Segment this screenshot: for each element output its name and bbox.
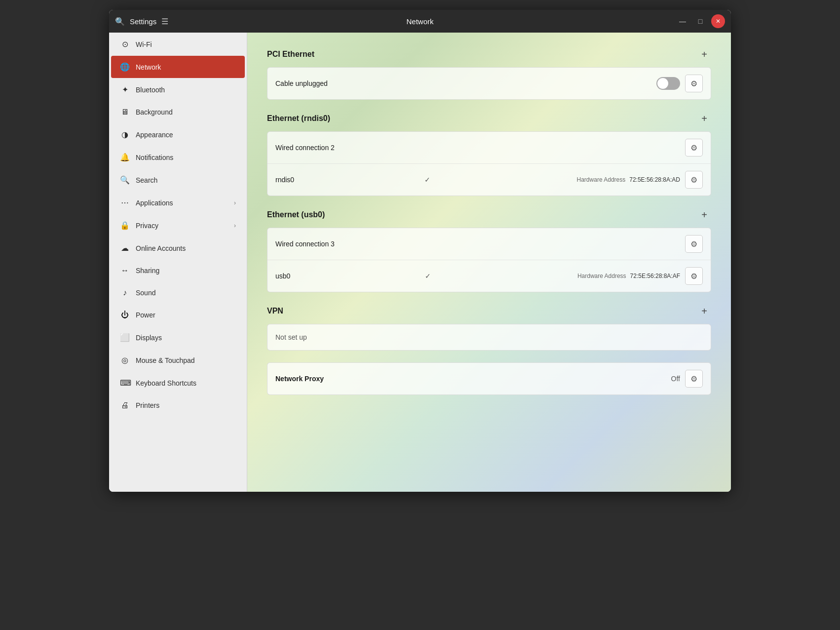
ethernet-rndis0-add-button[interactable]: +	[697, 112, 711, 125]
ethernet-usb0-add-button[interactable]: +	[697, 208, 711, 222]
keyboard-icon: ⌨	[120, 378, 130, 388]
wired-connection-3-gear-button[interactable]: ⚙	[685, 235, 703, 253]
pci-ethernet-section: PCI Ethernet + Cable unplugged ⚙	[267, 47, 711, 100]
close-button[interactable]: ✕	[711, 14, 725, 28]
rndis0-hw-addr-value: 72:5E:56:28:8A:AD	[629, 176, 680, 183]
sidebar-item-keyboard-shortcuts[interactable]: ⌨ Keyboard Shortcuts	[111, 372, 245, 394]
sharing-icon: ↔	[120, 266, 130, 275]
vpn-add-button[interactable]: +	[697, 304, 711, 318]
sidebar-item-appearance[interactable]: ◑ Appearance	[111, 123, 245, 146]
sidebar-label-mouse-touchpad: Mouse & Touchpad	[136, 356, 195, 364]
usb0-check-icon: ✓	[425, 272, 431, 280]
sidebar-item-search[interactable]: 🔍 Search	[111, 169, 245, 191]
sidebar-item-power[interactable]: ⏻ Power	[111, 304, 245, 326]
power-icon: ⏻	[120, 311, 130, 319]
sidebar-label-applications: Applications	[136, 199, 173, 207]
app-title: Settings	[130, 17, 156, 26]
titlebar: 🔍 Settings ☰ Network — □ ✕	[109, 10, 731, 33]
sidebar-item-sound[interactable]: ♪ Sound	[111, 282, 245, 304]
sidebar-label-sound: Sound	[136, 289, 155, 297]
sidebar-label-online-accounts: Online Accounts	[136, 244, 186, 252]
wired-connection-2-gear-button[interactable]: ⚙	[685, 139, 703, 157]
sidebar-item-privacy[interactable]: 🔒 Privacy ›	[111, 214, 245, 236]
network-icon: 🌐	[120, 62, 130, 72]
sidebar-item-online-accounts[interactable]: ☁ Online Accounts	[111, 237, 245, 259]
titlebar-left: 🔍 Settings ☰	[115, 17, 676, 26]
notifications-icon: 🔔	[120, 153, 130, 162]
bluetooth-icon: ✦	[120, 85, 130, 94]
main-content: PCI Ethernet + Cable unplugged ⚙ Etherne…	[247, 33, 731, 492]
sidebar-label-sharing: Sharing	[136, 267, 159, 275]
rndis0-check-icon: ✓	[424, 176, 430, 184]
sidebar-label-appearance: Appearance	[136, 131, 173, 139]
rndis0-gear-button[interactable]: ⚙	[685, 171, 703, 189]
ethernet-rndis0-header: Ethernet (rndis0) +	[267, 112, 711, 125]
online-accounts-icon: ☁	[120, 243, 130, 253]
sidebar-item-displays[interactable]: ⬜ Displays	[111, 326, 245, 349]
sidebar-label-bluetooth: Bluetooth	[136, 86, 165, 94]
rndis0-label: rndis0	[275, 176, 421, 184]
vpn-title: VPN	[267, 307, 283, 315]
wired-connection-2-row: Wired connection 2 ⚙	[267, 132, 711, 164]
sidebar-label-privacy: Privacy	[136, 222, 158, 230]
sidebar-item-notifications[interactable]: 🔔 Notifications	[111, 146, 245, 168]
cable-unplugged-gear-button[interactable]: ⚙	[685, 75, 703, 92]
vpn-header: VPN +	[267, 304, 711, 318]
background-icon: 🖥	[120, 108, 130, 117]
ethernet-rndis0-card: Wired connection 2 ⚙ rndis0 ✓ Hardware A…	[267, 131, 711, 196]
rndis0-hw-addr-label: Hardware Address	[577, 176, 626, 183]
sidebar-item-applications[interactable]: ⋯ Applications ›	[111, 192, 245, 214]
maximize-button[interactable]: □	[693, 14, 707, 28]
ethernet-usb0-card: Wired connection 3 ⚙ usb0 ✓ Hardware Add…	[267, 228, 711, 292]
sidebar-item-wifi[interactable]: ⊙ Wi-Fi	[111, 33, 245, 55]
sidebar-label-search: Search	[136, 176, 157, 184]
network-proxy-status: Off	[671, 375, 680, 383]
network-proxy-gear-button[interactable]: ⚙	[685, 370, 703, 388]
sidebar-label-keyboard-shortcuts: Keyboard Shortcuts	[136, 379, 196, 387]
vpn-not-set-up-card: Not set up	[267, 324, 711, 351]
chevron-right-icon-privacy: ›	[234, 222, 236, 229]
cable-unplugged-row: Cable unplugged ⚙	[267, 68, 711, 99]
sidebar: ⊙ Wi-Fi 🌐 Network ✦ Bluetooth 🖥 Backgrou…	[109, 33, 247, 492]
ethernet-rndis0-title: Ethernet (rndis0)	[267, 114, 330, 123]
menu-icon[interactable]: ☰	[161, 17, 168, 26]
body: ⊙ Wi-Fi 🌐 Network ✦ Bluetooth 🖥 Backgrou…	[109, 33, 731, 492]
sidebar-item-printers[interactable]: 🖨 Printers	[111, 394, 245, 416]
titlebar-controls: — □ ✕	[676, 14, 725, 28]
network-proxy-card: Network Proxy Off ⚙	[267, 362, 711, 395]
ethernet-usb0-header: Ethernet (usb0) +	[267, 208, 711, 222]
search-sidebar-icon: 🔍	[120, 175, 130, 185]
search-icon[interactable]: 🔍	[115, 17, 125, 26]
usb0-gear-button[interactable]: ⚙	[685, 267, 703, 285]
wired-connection-2-label: Wired connection 2	[275, 144, 685, 152]
wifi-icon: ⊙	[120, 39, 130, 49]
vpn-section: VPN + Not set up	[267, 304, 711, 351]
sidebar-item-mouse-touchpad[interactable]: ◎ Mouse & Touchpad	[111, 349, 245, 371]
minimize-button[interactable]: —	[676, 14, 689, 28]
sidebar-item-bluetooth[interactable]: ✦ Bluetooth	[111, 79, 245, 101]
sidebar-item-background[interactable]: 🖥 Background	[111, 101, 245, 123]
ethernet-usb0-title: Ethernet (usb0)	[267, 210, 325, 219]
usb0-hw-addr-value: 72:5E:56:28:8A:AF	[630, 273, 680, 279]
pci-ethernet-add-button[interactable]: +	[697, 47, 711, 61]
cable-unplugged-toggle[interactable]	[656, 77, 680, 90]
sidebar-item-network[interactable]: 🌐 Network	[111, 56, 245, 78]
vpn-not-set-up-label: Not set up	[275, 333, 307, 341]
sidebar-label-network: Network	[136, 63, 161, 71]
pci-ethernet-header: PCI Ethernet +	[267, 47, 711, 61]
cable-unplugged-label: Cable unplugged	[275, 79, 656, 87]
section-title: Network	[406, 17, 433, 26]
ethernet-usb0-section: Ethernet (usb0) + Wired connection 3 ⚙ u…	[267, 208, 711, 292]
sidebar-label-wifi: Wi-Fi	[136, 40, 152, 48]
sidebar-label-notifications: Notifications	[136, 154, 173, 161]
sound-icon: ♪	[120, 288, 130, 297]
sidebar-item-sharing[interactable]: ↔ Sharing	[111, 260, 245, 281]
rndis0-row: rndis0 ✓ Hardware Address 72:5E:56:28:8A…	[267, 164, 711, 196]
wired-connection-3-label: Wired connection 3	[275, 240, 685, 248]
usb0-hw-addr-label: Hardware Address	[577, 273, 626, 279]
usb0-row: usb0 ✓ Hardware Address 72:5E:56:28:8A:A…	[267, 260, 711, 292]
sidebar-label-displays: Displays	[136, 334, 162, 342]
wired-connection-3-row: Wired connection 3 ⚙	[267, 228, 711, 260]
privacy-icon: 🔒	[120, 221, 130, 230]
sidebar-label-printers: Printers	[136, 401, 159, 409]
